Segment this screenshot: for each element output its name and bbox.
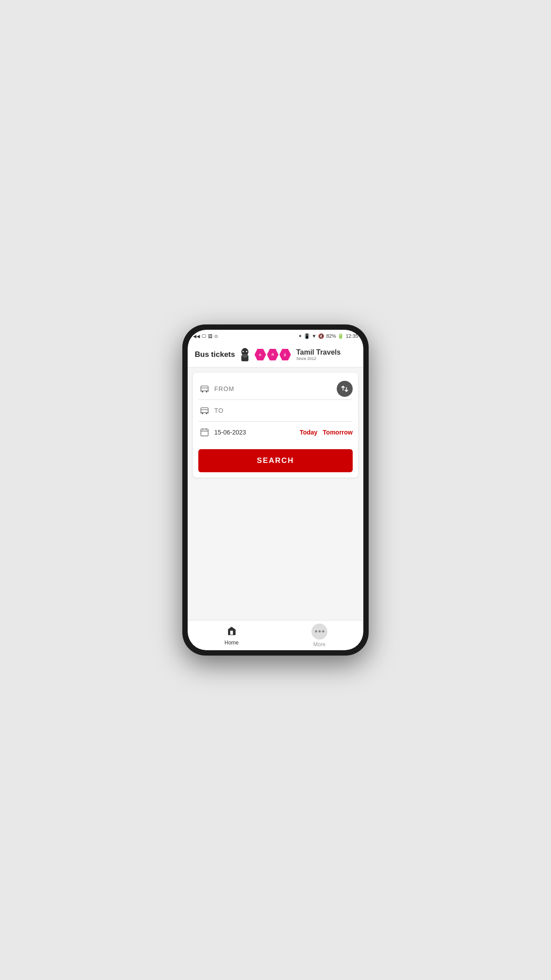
status-right-icons: ✦ 📳 ▼ 🔇 82% 🔋 12:35 (298, 333, 358, 339)
clock: 12:35 (346, 333, 358, 339)
back-icon-1: ◀◀ (193, 334, 200, 339)
dot-1 (315, 630, 317, 632)
from-field-row (198, 378, 353, 400)
svg-point-2 (242, 354, 248, 358)
screen: ◀◀ 🖵 🖼 ⊙ ✦ 📳 ▼ 🔇 82% 🔋 12:35 Bus ticke (188, 330, 363, 650)
vibrate-icon: 📳 (304, 333, 310, 339)
to-bus-icon (198, 404, 211, 417)
search-form: 15-06-2023 Today Tomorrow SEARCH (193, 373, 358, 478)
from-input[interactable] (211, 385, 353, 392)
phone-frame: ◀◀ 🖵 🖼 ⊙ ✦ 📳 ▼ 🔇 82% 🔋 12:35 Bus ticke (182, 324, 369, 656)
svg-rect-5 (201, 386, 209, 391)
from-bus-icon (198, 383, 211, 395)
svg-point-4 (246, 351, 247, 352)
brand-text-area: Tamil Travels Since 2012 (296, 348, 341, 361)
svg-point-7 (202, 391, 204, 393)
svg-rect-18 (201, 429, 209, 436)
date-row: 15-06-2023 Today Tomorrow (198, 422, 353, 443)
battery-text: 82% (326, 333, 336, 339)
tomorrow-button[interactable]: Tomorrow (323, 429, 353, 436)
screen-icon: 🖵 (202, 334, 206, 339)
home-label: Home (224, 640, 239, 646)
battery-icon: 🔋 (338, 333, 344, 339)
svg-point-3 (242, 351, 244, 352)
hex-text-1: த (259, 353, 261, 356)
wifi-icon: ▼ (312, 333, 317, 339)
to-input[interactable] (211, 407, 353, 414)
logo-figure (239, 348, 251, 362)
more-icon (311, 624, 327, 640)
bottom-nav: Home More (188, 620, 363, 650)
phone-inner: ◀◀ 🖵 🖼 ⊙ ✦ 📳 ▼ 🔇 82% 🔋 12:35 Bus ticke (188, 330, 363, 650)
dot-3 (322, 630, 324, 632)
today-button[interactable]: Today (299, 429, 317, 436)
svg-point-15 (206, 413, 208, 415)
status-bar: ◀◀ 🖵 🖼 ⊙ ✦ 📳 ▼ 🔇 82% 🔋 12:35 (188, 330, 363, 342)
bluetooth-icon: ✦ (298, 333, 302, 339)
home-svg (226, 625, 237, 636)
hex-text-2: மி (272, 353, 274, 356)
swap-button[interactable] (337, 381, 353, 397)
bus-tickets-title: Bus tickets (195, 350, 235, 359)
logo-hexagons: த மி ழ் (255, 349, 291, 360)
brand-since: Since 2012 (296, 356, 341, 361)
hex-1: த (255, 349, 266, 360)
nav-more[interactable]: More (276, 620, 363, 651)
status-left-icons: ◀◀ 🖵 🖼 ⊙ (193, 334, 218, 339)
date-value: 15-06-2023 (211, 429, 299, 436)
dot-2 (319, 630, 321, 632)
date-shortcuts: Today Tomorrow (299, 429, 353, 436)
app-header: Bus tickets (188, 342, 363, 368)
content-area (188, 483, 363, 620)
svg-point-14 (202, 413, 204, 415)
calendar-icon (198, 426, 211, 439)
circle-icon: ⊙ (214, 334, 218, 339)
hex-2: மி (267, 349, 279, 360)
calendar-svg (200, 427, 209, 437)
mute-icon: 🔇 (318, 333, 324, 339)
hex-text-3: ழ் (284, 353, 286, 356)
bus-from-svg (200, 384, 209, 394)
person-logo-svg (239, 348, 251, 363)
search-button[interactable]: SEARCH (198, 449, 353, 472)
to-field-row (198, 400, 353, 422)
nav-home[interactable]: Home (188, 622, 276, 649)
hex-3: ழ் (279, 349, 291, 360)
bus-to-svg (200, 406, 209, 415)
svg-point-8 (206, 391, 208, 393)
brand-name: Tamil Travels (296, 348, 341, 356)
more-label: More (313, 641, 325, 648)
swap-icon (341, 385, 349, 393)
image-icon: 🖼 (208, 334, 213, 339)
home-icon (226, 625, 237, 638)
svg-rect-12 (201, 408, 209, 413)
